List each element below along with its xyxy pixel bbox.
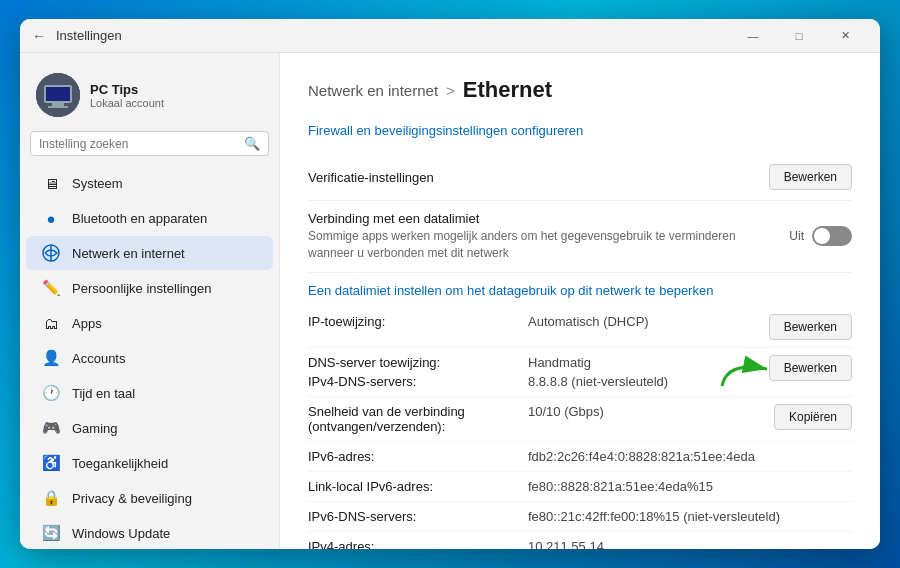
back-button[interactable]: ←	[32, 28, 46, 44]
window-controls: — □ ✕	[730, 19, 868, 53]
user-name: PC Tips	[90, 82, 164, 97]
sidebar-item-label: Persoonlijke instellingen	[72, 281, 211, 296]
dns-label: DNS-server toewijzing:	[308, 355, 528, 370]
kopieren-button[interactable]: Kopiëren	[774, 404, 852, 430]
sidebar-item-apps[interactable]: 🗂 Apps	[26, 306, 273, 340]
page-title: Ethernet	[463, 77, 552, 103]
sidebar-item-persoonlijke[interactable]: ✏️ Persoonlijke instellingen	[26, 271, 273, 305]
sidebar-item-label: Accounts	[72, 351, 125, 366]
sidebar: PC Tips Lokaal account 🔍 🖥 Systeem ● Blu…	[20, 53, 280, 549]
verificatie-bewerken-button[interactable]: Bewerken	[769, 164, 852, 190]
windows-update-icon: 🔄	[42, 524, 60, 542]
firewall-link[interactable]: Firewall en beveiligingsinstellingen con…	[308, 123, 852, 138]
sidebar-item-bluetooth[interactable]: ● Bluetooth en apparaten	[26, 201, 273, 235]
sidebar-item-netwerk[interactable]: Netwerk en internet	[26, 236, 273, 270]
sidebar-item-systeem[interactable]: 🖥 Systeem	[26, 166, 273, 200]
search-icon: 🔍	[244, 136, 260, 151]
netwerk-icon	[42, 244, 60, 262]
titlebar-title: Instellingen	[56, 28, 730, 43]
snelheid-label: Snelheid van de verbinding (ontvangen/ve…	[308, 404, 528, 434]
ipv6-label: IPv6-adres:	[308, 449, 528, 464]
sidebar-item-label: Netwerk en internet	[72, 246, 185, 261]
ipv4-value: 10.211.55.14	[528, 539, 852, 549]
ip-bewerken-button[interactable]: Bewerken	[769, 314, 852, 340]
user-section: PC Tips Lokaal account	[20, 63, 279, 131]
main-content: Netwerk en internet > Ethernet Firewall …	[280, 53, 880, 549]
ipv4-label: IPv4-adres:	[308, 539, 528, 549]
datalimiet-link[interactable]: Een datalimiet instellen om het datagebr…	[308, 283, 713, 298]
page-separator: >	[446, 82, 455, 99]
maximize-button[interactable]: □	[776, 19, 822, 53]
link-local-row: Link-local IPv6-adres: fe80::8828:821a:5…	[308, 472, 852, 502]
accounts-icon: 👤	[42, 349, 60, 367]
ipv6-dns-row: IPv6-DNS-servers: fe80::21c:42ff:fe00:18…	[308, 502, 852, 532]
datalimiet-section: Een datalimiet instellen om het datagebr…	[308, 281, 852, 299]
toggle-label: Uit	[789, 229, 804, 243]
sidebar-item-label: Tijd en taal	[72, 386, 135, 401]
ipv6-dns-label: IPv6-DNS-servers:	[308, 509, 528, 524]
search-input[interactable]	[39, 137, 244, 151]
ipv4-dns-label: IPv4-DNS-servers:	[308, 374, 528, 389]
dns-row: DNS-server toewijzing: IPv4-DNS-servers:…	[308, 348, 852, 397]
sidebar-item-gaming[interactable]: 🎮 Gaming	[26, 411, 273, 445]
tijd-icon: 🕐	[42, 384, 60, 402]
ipv4-row: IPv4-adres: 10.211.55.14	[308, 532, 852, 549]
persoonlijke-icon: ✏️	[42, 279, 60, 297]
svg-rect-4	[52, 103, 64, 106]
sidebar-item-windows-update[interactable]: 🔄 Windows Update	[26, 516, 273, 549]
titlebar: ← Instellingen — □ ✕	[20, 19, 880, 53]
sidebar-item-accounts[interactable]: 👤 Accounts	[26, 341, 273, 375]
link-local-label: Link-local IPv6-adres:	[308, 479, 528, 494]
sidebar-item-label: Systeem	[72, 176, 123, 191]
verificatie-row: Verificatie-instellingen Bewerken	[308, 154, 852, 201]
apps-icon: 🗂	[42, 314, 60, 332]
snelheid-row: Snelheid van de verbinding (ontvangen/ve…	[308, 397, 852, 442]
sidebar-item-label: Apps	[72, 316, 102, 331]
link-local-value: fe80::8828:821a:51ee:4eda%15	[528, 479, 852, 494]
ip-row: IP-toewijzing: Automatisch (DHCP) Bewerk…	[308, 307, 852, 348]
verbinding-toggle[interactable]: Uit	[789, 226, 852, 246]
verbinding-label: Verbinding met een datalimiet	[308, 211, 781, 226]
verbinding-sub: Sommige apps werken mogelijk anders om h…	[308, 228, 781, 262]
breadcrumb: Netwerk en internet	[308, 82, 438, 99]
sidebar-item-label: Privacy & beveiliging	[72, 491, 192, 506]
page-header: Netwerk en internet > Ethernet	[308, 77, 852, 103]
search-box[interactable]: 🔍	[30, 131, 269, 156]
sidebar-item-label: Toegankelijkheid	[72, 456, 168, 471]
settings-window: ← Instellingen — □ ✕	[20, 19, 880, 549]
svg-rect-5	[48, 106, 68, 108]
ip-value: Automatisch (DHCP)	[528, 314, 769, 329]
toggle-switch[interactable]	[812, 226, 852, 246]
toegankelijkheid-icon: ♿	[42, 454, 60, 472]
snelheid-value: 10/10 (Gbps)	[528, 404, 774, 419]
content-area: PC Tips Lokaal account 🔍 🖥 Systeem ● Blu…	[20, 53, 880, 549]
dns-bewerken-button[interactable]: Bewerken	[769, 355, 852, 381]
bluetooth-icon: ●	[42, 209, 60, 227]
sidebar-item-label: Gaming	[72, 421, 118, 436]
verbinding-row: Verbinding met een datalimiet Sommige ap…	[308, 201, 852, 273]
sidebar-item-privacy[interactable]: 🔒 Privacy & beveiliging	[26, 481, 273, 515]
sidebar-item-tijd[interactable]: 🕐 Tijd en taal	[26, 376, 273, 410]
user-info: PC Tips Lokaal account	[90, 82, 164, 109]
sidebar-item-toegankelijkheid[interactable]: ♿ Toegankelijkheid	[26, 446, 273, 480]
user-subtitle: Lokaal account	[90, 97, 164, 109]
green-arrow-icon	[717, 351, 777, 391]
sidebar-item-label: Bluetooth en apparaten	[72, 211, 207, 226]
ipv6-value: fdb2:2c26:f4e4:0:8828:821a:51ee:4eda	[528, 449, 852, 464]
svg-rect-3	[46, 87, 70, 101]
avatar	[36, 73, 80, 117]
sidebar-item-label: Windows Update	[72, 526, 170, 541]
systeem-icon: 🖥	[42, 174, 60, 192]
ip-label: IP-toewijzing:	[308, 314, 528, 329]
privacy-icon: 🔒	[42, 489, 60, 507]
verificatie-label: Verificatie-instellingen	[308, 170, 761, 185]
gaming-icon: 🎮	[42, 419, 60, 437]
minimize-button[interactable]: —	[730, 19, 776, 53]
ipv6-dns-value: fe80::21c:42ff:fe00:18%15 (niet-versleut…	[528, 509, 852, 524]
ipv6-row: IPv6-adres: fdb2:2c26:f4e4:0:8828:821a:5…	[308, 442, 852, 472]
close-button[interactable]: ✕	[822, 19, 868, 53]
